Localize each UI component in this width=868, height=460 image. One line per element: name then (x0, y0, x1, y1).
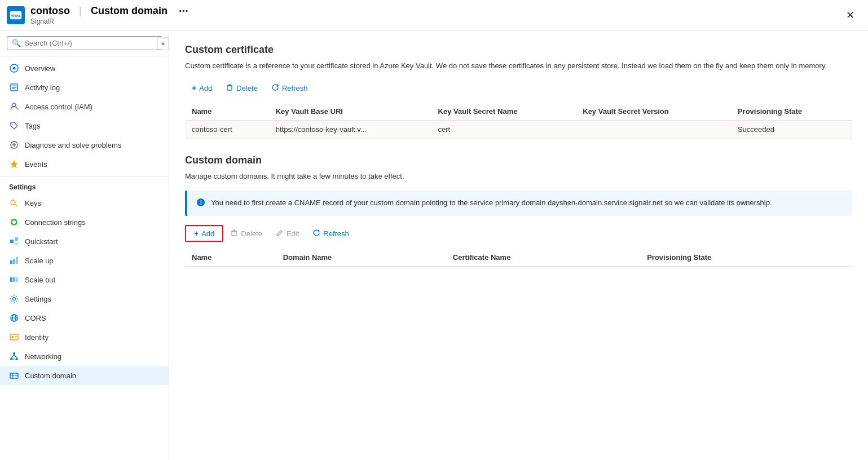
sidebar-item-label: Tags (25, 122, 40, 130)
svg-rect-20 (10, 260, 12, 264)
trash-icon (226, 83, 233, 93)
sidebar-item-label: Settings (25, 295, 51, 303)
domain-col-certname: Certificate Name (446, 249, 640, 267)
search-box[interactable]: 🔍 (7, 36, 162, 50)
domain-delete-button[interactable]: Delete (223, 226, 269, 241)
identity-icon (9, 332, 19, 342)
custom-domain-icon (9, 370, 19, 381)
svg-rect-40 (10, 373, 18, 378)
sidebar-item-custom-domain[interactable]: Custom domain (0, 366, 169, 385)
sidebar-item-keys[interactable]: Keys (0, 193, 169, 213)
svg-line-37 (11, 355, 14, 358)
sidebar-item-identity[interactable]: Identity (0, 328, 169, 347)
svg-rect-23 (10, 277, 12, 282)
sidebar-item-label: Scale up (25, 256, 54, 265)
cert-section: Custom certificate Custom certificate is… (185, 44, 852, 139)
sidebar-item-cors[interactable]: CORS (0, 308, 169, 328)
sidebar-item-scale-up[interactable]: Scale up (0, 251, 169, 270)
sidebar-item-connection-strings[interactable]: Connection strings (0, 213, 169, 232)
domain-refresh-button[interactable]: Refresh (306, 226, 356, 241)
svg-point-34 (13, 352, 15, 355)
domain-col-state: Provisioning State (640, 249, 852, 267)
sidebar-item-label: Networking (25, 352, 61, 361)
domain-col-name: Name (185, 249, 276, 267)
collapse-sidebar-button[interactable]: « (157, 37, 169, 50)
sidebar-item-tags[interactable]: Tags (0, 116, 169, 135)
cert-table: Name Key Vault Base URI Key Vault Secret… (185, 103, 852, 139)
svg-rect-17 (10, 240, 14, 243)
sidebar-item-label: Identity (25, 333, 49, 342)
domain-section-desc: Manage custom domains. It might take a f… (185, 171, 852, 182)
cors-icon (9, 313, 19, 323)
title-bar: www contoso | Custom domain ··· SignalR … (0, 0, 868, 30)
cert-row-kvuri: https://contoso-key-vault.v... (269, 120, 431, 138)
overview-icon (9, 63, 19, 73)
sidebar-item-settings[interactable]: Settings (0, 289, 169, 308)
sidebar-item-quickstart[interactable]: Quickstart (0, 232, 169, 251)
cert-add-button[interactable]: + Add (185, 81, 219, 95)
domain-info-text: You need to first create a CNAME record … (211, 197, 772, 209)
diagnose-icon (9, 140, 19, 150)
cert-section-desc: Custom certificate is a reference to you… (185, 60, 852, 72)
content-area: Custom certificate Custom certificate is… (169, 30, 868, 460)
page-name: Custom domain (91, 5, 168, 17)
sidebar-item-diagnose[interactable]: Diagnose and solve problems (0, 135, 169, 154)
domain-toolbar: + Add Delete Edit (185, 225, 852, 242)
cert-delete-button[interactable]: Delete (219, 81, 265, 96)
domain-edit-button[interactable]: Edit (269, 226, 306, 241)
access-control-icon (9, 101, 19, 112)
sidebar-item-label: Keys (25, 199, 41, 207)
svg-point-8 (12, 103, 16, 107)
svg-point-31 (11, 336, 14, 338)
plus-icon: + (194, 229, 199, 238)
tags-icon (9, 121, 19, 131)
settings-icon (9, 294, 19, 304)
cert-col-name: Name (185, 103, 269, 121)
more-options-button[interactable]: ··· (179, 5, 188, 17)
app-subtitle: SignalR (30, 17, 188, 25)
svg-rect-21 (13, 259, 15, 264)
svg-rect-25 (16, 277, 18, 282)
sidebar-item-label: Quickstart (25, 237, 58, 246)
sidebar-item-activity-log[interactable]: Activity log (0, 78, 169, 97)
close-button[interactable]: ✕ (841, 7, 859, 24)
search-icon: 🔍 (12, 39, 21, 47)
svg-rect-24 (13, 277, 15, 282)
cert-toolbar: + Add Delete Refresh (185, 81, 852, 96)
cert-refresh-button[interactable]: Refresh (265, 81, 315, 96)
sidebar-item-scale-out[interactable]: Scale out (0, 270, 169, 289)
app-icon: www (7, 6, 25, 24)
sidebar-item-access-control[interactable]: Access control (IAM) (0, 97, 169, 116)
sidebar-item-label: Scale out (25, 276, 55, 284)
sidebar-item-events[interactable]: Events (0, 154, 169, 174)
sidebar-nav: Overview Activity log Access control (IA… (0, 56, 169, 460)
svg-line-38 (14, 355, 17, 358)
svg-point-26 (13, 298, 16, 300)
sidebar-item-label: Custom domain (25, 371, 76, 380)
svg-text:i: i (200, 200, 202, 206)
svg-line-14 (15, 204, 18, 206)
svg-point-9 (12, 124, 14, 125)
sidebar-search-container: 🔍 (0, 30, 169, 56)
table-row[interactable]: contoso-cert https://contoso-key-vault.v… (185, 120, 852, 138)
sidebar: 🔍 « Overview Activity log (0, 30, 169, 460)
svg-rect-16 (12, 220, 16, 224)
svg-rect-18 (15, 237, 18, 241)
domain-add-button[interactable]: + Add (191, 228, 218, 239)
domain-section-title: Custom domain (185, 154, 852, 166)
svg-point-13 (11, 200, 15, 205)
plus-icon: + (192, 83, 196, 92)
edit-icon (276, 229, 284, 238)
app-name: contoso (30, 5, 70, 17)
keys-icon (9, 198, 19, 208)
activity-log-icon (9, 82, 19, 92)
search-input[interactable] (24, 39, 157, 47)
refresh-icon (312, 229, 320, 238)
connection-strings-icon (9, 217, 19, 227)
domain-refresh-label: Refresh (323, 229, 349, 238)
svg-rect-19 (15, 242, 18, 245)
sidebar-item-networking[interactable]: Networking (0, 347, 169, 366)
svg-point-3 (13, 67, 16, 70)
sidebar-item-overview[interactable]: Overview (0, 59, 169, 78)
domain-delete-label: Delete (241, 229, 262, 238)
